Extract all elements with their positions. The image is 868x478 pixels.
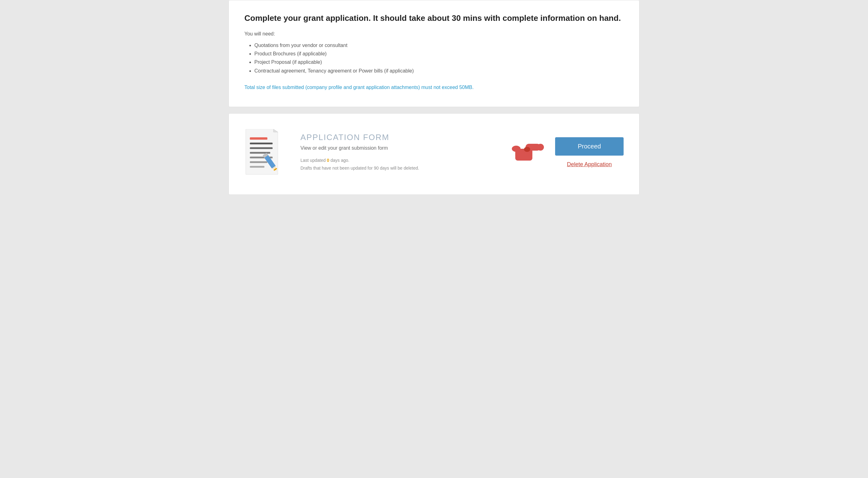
svg-marker-1 [273,129,278,132]
svg-rect-18 [515,155,532,161]
list-item: Project Proposal (if applicable) [254,58,624,66]
pointer-icon [508,137,546,168]
days-count: 0 [327,158,330,163]
proceed-button[interactable]: Proceed [555,137,624,156]
svg-point-17 [524,147,530,152]
svg-rect-8 [250,166,265,168]
file-size-notice: Total size of files submitted (company p… [244,84,624,91]
needs-checklist: Quotations from your vendor or consultan… [244,41,624,75]
list-item: Contractual agreement, Tenancy agreement… [254,67,624,75]
info-card: Complete your grant application. It shou… [228,0,640,107]
right-actions: Proceed Delete Application [555,137,624,168]
svg-rect-3 [250,142,273,145]
application-info: APPLICATION FORM View or edit your grant… [301,133,496,172]
delete-application-button[interactable]: Delete Application [567,161,612,168]
svg-rect-4 [250,147,273,149]
svg-point-16 [537,144,544,151]
svg-rect-7 [250,161,268,163]
svg-rect-2 [250,137,268,140]
list-item: Quotations from your vendor or consultan… [254,41,624,50]
last-updated-line: Last updated 0 days ago. [301,157,496,164]
you-will-need-label: You will need: [244,31,624,37]
application-form-icon [244,129,288,176]
last-updated-prefix: Last updated [301,158,327,163]
main-title: Complete your grant application. It shou… [244,13,624,24]
action-area: Proceed Delete Application [508,137,624,168]
list-item: Product Brochures (if applicable) [254,50,624,58]
drafts-note: Drafts that have not been updated for 90… [301,164,496,172]
application-description: View or edit your grant submission form [301,145,496,151]
last-updated-suffix: days ago. [330,158,350,163]
application-card: APPLICATION FORM View or edit your grant… [228,113,640,195]
application-form-title: APPLICATION FORM [301,133,496,142]
application-meta: Last updated 0 days ago. Drafts that hav… [301,157,496,172]
svg-rect-5 [250,152,271,154]
